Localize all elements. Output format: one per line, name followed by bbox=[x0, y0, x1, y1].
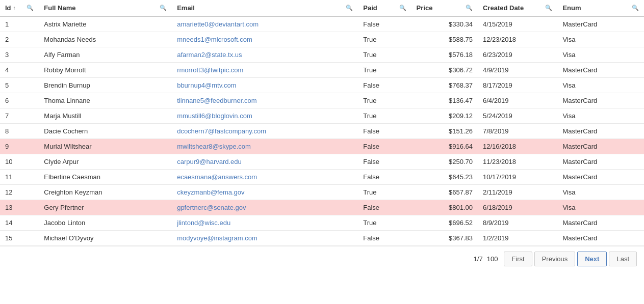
cell-createddate: 11/23/2018 bbox=[478, 154, 557, 170]
col-header-id[interactable]: Id ↑ 🔍 bbox=[0, 0, 39, 16]
cell-price: $576.18 bbox=[411, 47, 478, 63]
next-button[interactable]: Next bbox=[577, 252, 607, 266]
cell-price: $250.70 bbox=[411, 154, 478, 170]
cell-price: $136.47 bbox=[411, 93, 478, 108]
email-link[interactable]: mneeds1@microsoft.com bbox=[177, 36, 252, 43]
cell-createddate: 2/11/2019 bbox=[478, 185, 557, 200]
cell-price: $696.52 bbox=[411, 215, 478, 231]
cell-createddate: 6/4/2019 bbox=[478, 93, 557, 108]
email-link[interactable]: modyvoye@instagram.com bbox=[177, 234, 257, 242]
email-link[interactable]: carpur9@harvard.edu bbox=[177, 158, 242, 165]
cell-fullname: Michael O'Dyvoy bbox=[39, 231, 172, 246]
cell-enum: MasterCard bbox=[557, 16, 644, 32]
cell-fullname: Clyde Arpur bbox=[39, 154, 172, 170]
pagination-per-page: 100 bbox=[487, 255, 498, 263]
cell-email[interactable]: carpur9@harvard.edu bbox=[172, 154, 358, 170]
table-row: 1 Astrix Mariette amariette0@deviantart.… bbox=[0, 16, 644, 32]
search-icon-fullname[interactable]: 🔍 bbox=[160, 5, 167, 11]
col-header-price[interactable]: Price 🔍 bbox=[411, 0, 478, 16]
cell-enum: MasterCard bbox=[557, 170, 644, 185]
cell-id: 14 bbox=[0, 215, 39, 231]
search-icon-createddate[interactable]: 🔍 bbox=[545, 5, 552, 11]
search-icon-paid[interactable]: 🔍 bbox=[399, 5, 406, 11]
search-icon-price[interactable]: 🔍 bbox=[466, 5, 473, 11]
cell-createddate: 7/8/2019 bbox=[478, 124, 557, 139]
cell-id: 5 bbox=[0, 78, 39, 93]
cell-email[interactable]: mmustill6@bloglovin.com bbox=[172, 108, 358, 124]
search-icon-email[interactable]: 🔍 bbox=[346, 5, 353, 11]
cell-email[interactable]: tlinnane5@feedburner.com bbox=[172, 93, 358, 108]
email-link[interactable]: ckeyzmanb@fema.gov bbox=[177, 188, 244, 196]
cell-price: $306.72 bbox=[411, 63, 478, 78]
cell-enum: Visa bbox=[557, 78, 644, 93]
cell-createddate: 12/23/2018 bbox=[478, 32, 557, 47]
first-button[interactable]: First bbox=[504, 252, 532, 266]
cell-createddate: 4/9/2019 bbox=[478, 63, 557, 78]
cell-email[interactable]: afarman2@state.tx.us bbox=[172, 47, 358, 63]
table-row: 12 Creighton Keyzman ckeyzmanb@fema.gov … bbox=[0, 185, 644, 200]
cell-price: $645.23 bbox=[411, 170, 478, 185]
col-header-createddate[interactable]: Created Date 🔍 bbox=[478, 0, 557, 16]
pagination-page-info: 1/7 bbox=[474, 255, 483, 263]
last-button[interactable]: Last bbox=[609, 252, 637, 266]
col-header-fullname[interactable]: Full Name 🔍 bbox=[39, 0, 172, 16]
cell-id: 8 bbox=[0, 124, 39, 139]
cell-email[interactable]: gpfertnerc@senate.gov bbox=[172, 200, 358, 215]
cell-createddate: 12/16/2018 bbox=[478, 139, 557, 154]
cell-enum: Visa bbox=[557, 32, 644, 47]
cell-id: 10 bbox=[0, 154, 39, 170]
cell-email[interactable]: amariette0@deviantart.com bbox=[172, 16, 358, 32]
cell-fullname: Mohandas Needs bbox=[39, 32, 172, 47]
cell-createddate: 5/24/2019 bbox=[478, 108, 557, 124]
table-row: 4 Robby Morrott rmorrott3@twitpic.com Tr… bbox=[0, 63, 644, 78]
cell-id: 4 bbox=[0, 63, 39, 78]
email-link[interactable]: jlintond@wisc.edu bbox=[177, 219, 230, 227]
cell-email[interactable]: mneeds1@microsoft.com bbox=[172, 32, 358, 47]
cell-createddate: 6/18/2019 bbox=[478, 200, 557, 215]
cell-price: $151.26 bbox=[411, 124, 478, 139]
cell-fullname: Marja Mustill bbox=[39, 108, 172, 124]
search-icon-enum[interactable]: 🔍 bbox=[632, 5, 639, 11]
cell-paid: False bbox=[358, 200, 411, 215]
email-link[interactable]: afarman2@state.tx.us bbox=[177, 51, 242, 59]
data-table: Id ↑ 🔍 Full Name 🔍 Email 🔍 bbox=[0, 0, 644, 246]
cell-email[interactable]: ecaesmana@answers.com bbox=[172, 170, 358, 185]
email-link[interactable]: mwiltshear8@skype.com bbox=[177, 143, 251, 150]
table-row: 9 Murial Wiltshear mwiltshear8@skype.com… bbox=[0, 139, 644, 154]
cell-enum: MasterCard bbox=[557, 154, 644, 170]
cell-price: $657.87 bbox=[411, 185, 478, 200]
email-link[interactable]: rmorrott3@twitpic.com bbox=[177, 66, 243, 74]
table-row: 11 Elbertine Caesman ecaesmana@answers.c… bbox=[0, 170, 644, 185]
cell-createddate: 8/17/2019 bbox=[478, 78, 557, 93]
cell-email[interactable]: dcochern7@fastcompany.com bbox=[172, 124, 358, 139]
cell-fullname: Dacie Cochern bbox=[39, 124, 172, 139]
col-header-enum[interactable]: Enum 🔍 bbox=[557, 0, 644, 16]
previous-button[interactable]: Previous bbox=[534, 252, 576, 266]
email-link[interactable]: bburnup4@mtv.com bbox=[177, 81, 236, 89]
cell-paid: True bbox=[358, 108, 411, 124]
email-link[interactable]: dcochern7@fastcompany.com bbox=[177, 127, 266, 135]
col-header-email[interactable]: Email 🔍 bbox=[172, 0, 358, 16]
email-link[interactable]: amariette0@deviantart.com bbox=[177, 20, 259, 28]
email-link[interactable]: tlinnane5@feedburner.com bbox=[177, 97, 256, 104]
cell-email[interactable]: jlintond@wisc.edu bbox=[172, 215, 358, 231]
email-link[interactable]: ecaesmana@answers.com bbox=[177, 173, 257, 181]
cell-email[interactable]: bburnup4@mtv.com bbox=[172, 78, 358, 93]
sort-icon-id[interactable]: ↑ bbox=[13, 5, 16, 11]
table-header: Id ↑ 🔍 Full Name 🔍 Email 🔍 bbox=[0, 0, 644, 16]
cell-id: 6 bbox=[0, 93, 39, 108]
cell-id: 15 bbox=[0, 231, 39, 246]
table-row: 10 Clyde Arpur carpur9@harvard.edu False… bbox=[0, 154, 644, 170]
cell-email[interactable]: mwiltshear8@skype.com bbox=[172, 139, 358, 154]
table-row: 8 Dacie Cochern dcochern7@fastcompany.co… bbox=[0, 124, 644, 139]
search-icon-id[interactable]: 🔍 bbox=[27, 5, 34, 11]
cell-email[interactable]: modyvoye@instagram.com bbox=[172, 231, 358, 246]
data-table-container: Id ↑ 🔍 Full Name 🔍 Email 🔍 bbox=[0, 0, 644, 271]
cell-email[interactable]: ckeyzmanb@fema.gov bbox=[172, 185, 358, 200]
email-link[interactable]: gpfertnerc@senate.gov bbox=[177, 204, 246, 211]
email-link[interactable]: mmustill6@bloglovin.com bbox=[177, 112, 252, 120]
cell-paid: False bbox=[358, 78, 411, 93]
cell-fullname: Robby Morrott bbox=[39, 63, 172, 78]
col-header-paid[interactable]: Paid 🔍 bbox=[358, 0, 411, 16]
cell-email[interactable]: rmorrott3@twitpic.com bbox=[172, 63, 358, 78]
